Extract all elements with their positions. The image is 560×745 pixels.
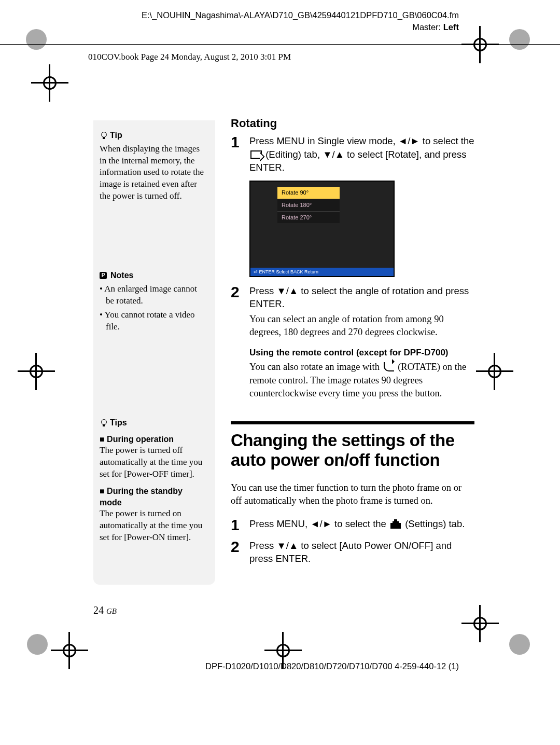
notes-heading: P Notes bbox=[100, 270, 206, 281]
tips-heading: Tips bbox=[100, 417, 206, 429]
help-bar: ⏎ ENTER Select BACK Return bbox=[250, 268, 394, 276]
step-number: 1 bbox=[231, 517, 242, 533]
step-body: Press ▼/▲ to select the angle of rotatio… bbox=[249, 284, 474, 401]
step-number: 2 bbox=[231, 539, 242, 565]
operation-heading: During operation bbox=[100, 434, 206, 445]
step-2b: 2 Press ▼/▲ to select [Auto Power ON/OFF… bbox=[231, 539, 474, 565]
page-number: 24 GB bbox=[93, 604, 117, 616]
rotating-heading: Rotating bbox=[231, 116, 474, 131]
step-detail: You can select an angle of rotation from… bbox=[249, 313, 474, 339]
note-icon: P bbox=[100, 272, 107, 279]
rotate-option: Rotate 180° bbox=[277, 199, 340, 212]
step-2: 2 Press ▼/▲ to select the angle of rotat… bbox=[231, 284, 474, 401]
list-item: An enlarged image cannot be rotated. bbox=[100, 283, 206, 307]
arrow-down-icon: ▼ bbox=[276, 284, 286, 298]
step-body: Press MENU, ◄/► to select the (Settings)… bbox=[249, 517, 465, 533]
standby-heading: During the standby mode bbox=[100, 486, 206, 508]
arrow-up-icon: ▲ bbox=[289, 539, 298, 553]
remote-subheading: Using the remote control (except for DPF… bbox=[249, 347, 474, 358]
step-body: Press MENU in Single view mode, ◄/► to s… bbox=[249, 134, 474, 174]
tip-block: Tip When displaying the images in the in… bbox=[100, 130, 206, 202]
operation-body: The power is turned off automatically at… bbox=[100, 445, 206, 480]
step-body: Press ▼/▲ to select [Auto Power ON/OFF] … bbox=[249, 539, 474, 565]
step-1b: 1 Press MENU, ◄/► to select the (Setting… bbox=[231, 517, 474, 533]
rotate-menu: Rotate 90° Rotate 180° Rotate 270° bbox=[277, 187, 340, 225]
tip-body: When displaying the images in the intern… bbox=[100, 143, 206, 203]
step-number: 2 bbox=[231, 284, 242, 401]
notes-list: An enlarged image cannot be rotated. You… bbox=[100, 283, 206, 333]
master-side: Master: Left bbox=[142, 22, 459, 32]
section-intro: You can use the timer function to turn t… bbox=[231, 481, 474, 508]
standby-body: The power is turned on automatically at … bbox=[100, 508, 206, 544]
tips-block: Tips During operation The power is turne… bbox=[100, 417, 206, 544]
section-heading: Changing the settings of the auto power … bbox=[231, 431, 474, 470]
arrow-left-icon: ◄ bbox=[398, 134, 408, 148]
sidebar: Tip When displaying the images in the in… bbox=[93, 120, 215, 585]
reg-disc bbox=[509, 29, 530, 50]
arrow-up-icon: ▲ bbox=[335, 148, 344, 161]
rotate-button-icon bbox=[384, 362, 394, 371]
settings-tab-icon bbox=[390, 519, 401, 529]
page: E:\_NOUHIN_Nagashima\-ALAYA\D710_GB\4259… bbox=[0, 0, 560, 745]
crop-mark-icon bbox=[486, 363, 503, 380]
crop-mark-icon bbox=[472, 36, 488, 53]
reg-disc bbox=[27, 634, 48, 655]
book-info: 010COV.book Page 24 Monday, August 2, 20… bbox=[88, 52, 291, 62]
file-path: E:\_NOUHIN_Nagashima\-ALAYA\D710_GB\4259… bbox=[142, 10, 459, 20]
bulb-icon bbox=[100, 131, 108, 140]
arrow-right-icon: ► bbox=[323, 517, 332, 531]
colophon: DPF-D1020/D1010/D820/D810/D720/D710/D700… bbox=[205, 661, 459, 671]
editing-tab-icon bbox=[250, 150, 262, 159]
section-rule bbox=[231, 421, 474, 424]
main: Rotating 1 Press MENU in Single view mod… bbox=[231, 116, 474, 572]
arrow-up-icon: ▲ bbox=[289, 284, 298, 298]
reg-disc bbox=[509, 634, 530, 655]
arrow-left-icon: ◄ bbox=[310, 517, 319, 531]
crop-mark-icon bbox=[28, 363, 45, 380]
arrow-down-icon: ▼ bbox=[276, 539, 286, 553]
rule bbox=[0, 44, 560, 45]
rotate-option: Rotate 90° bbox=[277, 187, 340, 199]
crop-mark-icon bbox=[41, 75, 58, 91]
list-item: You cannot rotate a video file. bbox=[100, 309, 206, 333]
crop-mark-icon bbox=[275, 642, 291, 659]
reg-disc bbox=[26, 29, 47, 50]
rotate-menu-screenshot: Rotate 90° Rotate 180° Rotate 270° ⏎ ENT… bbox=[249, 181, 395, 277]
arrow-right-icon: ► bbox=[410, 134, 419, 148]
header: E:\_NOUHIN_Nagashima\-ALAYA\D710_GB\4259… bbox=[142, 10, 459, 32]
crop-mark-icon bbox=[472, 615, 488, 632]
remote-body: You can also rotate an image with (ROTAT… bbox=[249, 361, 474, 401]
notes-block: P Notes An enlarged image cannot be rota… bbox=[100, 270, 206, 333]
step-1: 1 Press MENU in Single view mode, ◄/► to… bbox=[231, 134, 474, 174]
arrow-down-icon: ▼ bbox=[323, 148, 332, 161]
crop-mark-icon bbox=[61, 642, 78, 659]
step-number: 1 bbox=[231, 134, 242, 174]
bulb-icon bbox=[100, 419, 108, 427]
tip-heading: Tip bbox=[100, 130, 206, 141]
rotate-option: Rotate 270° bbox=[277, 212, 340, 224]
